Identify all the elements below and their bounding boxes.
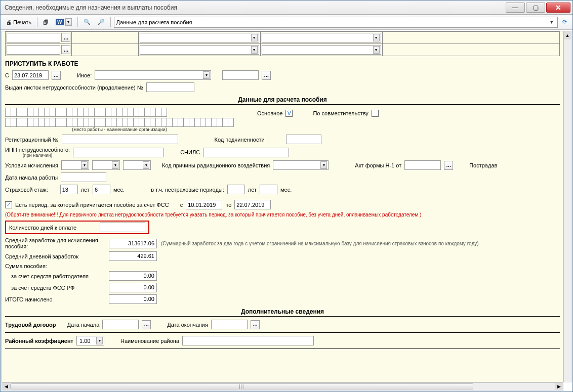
avg-earn-value[interactable]: 313617.06 bbox=[109, 239, 157, 248]
zoom-out-button[interactable]: 🔎 bbox=[95, 17, 107, 28]
horizontal-scrollbar[interactable]: ◀ ||| ▶ bbox=[2, 382, 563, 390]
avg-daily-value[interactable]: 429.61 bbox=[109, 251, 157, 261]
minimize-button[interactable]: — bbox=[506, 3, 525, 13]
word-button[interactable]: W▾ bbox=[53, 17, 74, 28]
divider bbox=[5, 349, 560, 349]
lookup-button[interactable]: … bbox=[61, 33, 70, 42]
cond-combo-3[interactable]: ▾ bbox=[123, 160, 151, 170]
fss-warning: (Обратите внимание!!! Для первичного лис… bbox=[5, 212, 560, 217]
hscroll-thumb[interactable]: ||| bbox=[10, 383, 473, 389]
fss-from-input[interactable]: 10.01.2019 bbox=[186, 200, 222, 209]
toolbar-separator bbox=[77, 17, 78, 27]
lookup-button[interactable]: … bbox=[61, 45, 70, 54]
chevron-down-icon: ▾ bbox=[373, 46, 380, 54]
refresh-button[interactable]: ⟳ bbox=[560, 17, 569, 28]
section-combo[interactable]: Данные для расчета пособия ▾ bbox=[114, 17, 558, 28]
main-checkbox[interactable]: V bbox=[285, 110, 293, 117]
zoom-in-button[interactable]: 🔍 bbox=[81, 17, 93, 28]
contract-end-input[interactable] bbox=[211, 320, 248, 329]
content-wrap: … ▾ ▾ … ▾ ▾ ПРИСТУПИТЬ К РАБ bbox=[1, 30, 572, 391]
region-input[interactable] bbox=[182, 336, 314, 345]
date-picker-button[interactable]: … bbox=[444, 161, 453, 170]
snils-input[interactable] bbox=[203, 148, 289, 157]
chevron-down-icon: ▾ bbox=[251, 46, 258, 54]
cond-label: Условия исчисления bbox=[5, 162, 58, 168]
fssrf-value[interactable]: 0.00 bbox=[109, 283, 157, 292]
fss-from-label: с bbox=[180, 202, 183, 208]
date-picker-button[interactable]: … bbox=[52, 71, 61, 80]
toolbar-separator bbox=[110, 17, 111, 27]
reg-no-input[interactable] bbox=[62, 135, 178, 144]
window-title: Сведения, необходимые для назначения и в… bbox=[3, 4, 506, 11]
form-content: … ▾ ▾ … ▾ ▾ ПРИСТУПИТЬ К РАБ bbox=[2, 31, 563, 382]
nonins-months-input[interactable] bbox=[260, 185, 277, 194]
coef-label: Районный коэффициент bbox=[5, 338, 73, 344]
export-button[interactable]: 🗐 bbox=[40, 17, 51, 28]
main-label: Основное bbox=[257, 110, 282, 116]
fssrf-label: за счет средств ФСС РФ bbox=[5, 285, 109, 291]
pstr-label: Пострадав bbox=[469, 162, 497, 168]
close-button[interactable]: ✕ bbox=[546, 3, 570, 13]
coef-combo[interactable]: 1.00▾ bbox=[76, 336, 104, 345]
startdate-input[interactable] bbox=[61, 172, 106, 182]
scroll-left-button[interactable]: ◀ bbox=[2, 383, 10, 390]
total-value[interactable]: 0.00 bbox=[109, 294, 157, 304]
other-label: Иное: bbox=[77, 72, 92, 78]
workplace-row1[interactable] bbox=[5, 108, 234, 117]
from-date-input[interactable]: 23.07.2019 bbox=[12, 70, 49, 80]
date-picker-button[interactable]: … bbox=[142, 320, 151, 329]
act-label: Акт формы Н-1 от bbox=[355, 162, 401, 168]
date-picker-button[interactable]: … bbox=[251, 320, 260, 329]
fss-checkbox[interactable]: ✓ bbox=[5, 201, 12, 208]
toolbar: 🖨 Печать 🗐 W▾ 🔍 🔎 Данные для расчета пос… bbox=[1, 15, 572, 30]
print-button[interactable]: 🖨 Печать bbox=[4, 17, 34, 28]
top-grid: … ▾ ▾ … ▾ ▾ bbox=[5, 31, 560, 56]
rad-combo[interactable]: ▾ bbox=[273, 160, 329, 170]
export-icon: 🗐 bbox=[43, 19, 49, 25]
sub-code-input[interactable] bbox=[286, 135, 321, 144]
sheet-number-input[interactable] bbox=[146, 82, 194, 92]
cond-combo-2[interactable]: ▾ bbox=[92, 160, 120, 170]
stage-years-input[interactable]: 13 bbox=[60, 185, 78, 194]
workplace-row2[interactable] bbox=[5, 118, 234, 127]
workplace-cells: (место работы - наименование организации… bbox=[5, 108, 234, 132]
cond-combo-1[interactable]: ▾ bbox=[61, 160, 89, 170]
other-combo[interactable]: ▾ bbox=[95, 70, 211, 80]
inn-label: ИНН нетрудоспособного: bbox=[5, 147, 70, 153]
years-label2: лет bbox=[248, 187, 257, 193]
vertical-scrollbar[interactable]: ▲ bbox=[563, 31, 571, 382]
combi-label: По совместительству bbox=[313, 110, 368, 116]
other-date-input[interactable] bbox=[222, 70, 259, 80]
date-picker-button[interactable]: … bbox=[262, 71, 271, 80]
zoom-out-icon: 🔎 bbox=[98, 19, 105, 25]
act-date-input[interactable] bbox=[404, 160, 441, 170]
sheet-label: Выдан листок нетрудоспособности (продолж… bbox=[5, 84, 143, 91]
inn-input[interactable] bbox=[73, 148, 164, 157]
hscroll-track[interactable]: ||| bbox=[10, 383, 555, 390]
months-label: мес. bbox=[113, 187, 125, 193]
inn-note: (при наличии) bbox=[5, 153, 70, 158]
startdate-label: Дата начала работы bbox=[5, 175, 58, 181]
app-window: Сведения, необходимые для назначения и в… bbox=[0, 0, 573, 392]
sub-code-label: Код подчиненности bbox=[215, 137, 265, 143]
scroll-right-button[interactable]: ▶ bbox=[555, 383, 563, 390]
chevron-down-icon: ▾ bbox=[203, 71, 210, 79]
employer-label: за счет средств работодателя bbox=[5, 273, 109, 279]
stage-months-input[interactable]: 6 bbox=[93, 185, 110, 194]
maximize-button[interactable]: ▢ bbox=[526, 3, 545, 13]
fss-to-input[interactable]: 22.07.2019 bbox=[234, 200, 271, 209]
nonins-years-input[interactable] bbox=[227, 185, 245, 194]
years-label: лет bbox=[81, 187, 90, 193]
contract-start-input[interactable] bbox=[102, 320, 139, 329]
days-input[interactable] bbox=[100, 223, 145, 232]
fss-chk-label: Есть период, за который причитается посо… bbox=[15, 202, 169, 208]
nonins-label: в т.ч. нестраховые периоды: bbox=[151, 187, 224, 193]
print-label: Печать bbox=[13, 19, 31, 25]
calc-header: Данные для расчета пособия bbox=[5, 96, 560, 105]
window-controls: — ▢ ✕ bbox=[506, 3, 570, 13]
chevron-down-icon: ▾ bbox=[548, 19, 555, 25]
combi-checkbox[interactable] bbox=[372, 110, 379, 117]
employer-value[interactable]: 0.00 bbox=[109, 271, 157, 281]
scroll-up-button[interactable]: ▲ bbox=[564, 31, 571, 39]
months-label2: мес. bbox=[280, 187, 292, 193]
